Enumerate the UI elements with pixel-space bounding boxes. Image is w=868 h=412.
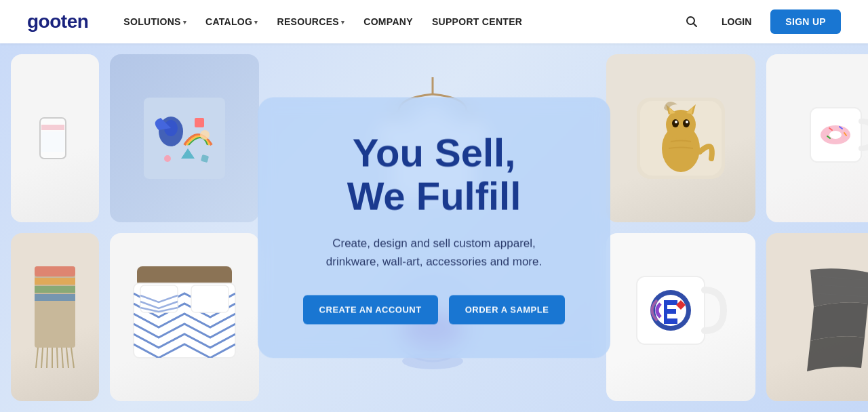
hero-card: You Sell, We Fulfill Create, design and … [258,98,610,358]
svg-rect-48 [137,266,232,287]
svg-rect-52 [191,285,229,312]
product-card-fabric [110,54,259,222]
svg-marker-20 [666,104,675,115]
product-card-bedding [110,233,259,401]
svg-rect-3 [41,125,64,130]
donut-mug-icon [804,94,868,182]
svg-rect-16 [637,98,725,179]
svg-point-64 [655,295,686,326]
svg-rect-11 [201,154,209,163]
svg-rect-5 [144,98,225,179]
chevron-down-icon: ▾ [341,19,344,26]
hero-subtitle: Create, design and sell custom apparel, … [319,234,549,270]
svg-rect-17 [640,101,722,176]
logo-mug-icon [623,263,738,371]
svg-marker-65 [676,300,686,310]
svg-point-9 [200,130,210,140]
svg-point-63 [650,290,691,331]
svg-rect-2 [40,118,66,159]
svg-point-30 [829,131,842,139]
svg-rect-8 [195,118,204,127]
nav-item-solutions[interactable]: SOLUTIONS ▾ [115,11,195,33]
svg-line-66 [817,276,865,280]
svg-line-43 [71,348,74,368]
svg-line-36 [36,348,38,368]
nav-item-resources[interactable]: RESOURCES ▾ [269,11,353,33]
svg-line-37 [41,348,43,368]
svg-line-33 [844,133,846,136]
glass-mug-icon [35,111,75,165]
hero-section: You Sell, We Fulfill Create, design and … [0,43,868,412]
pillow-icon [627,84,735,192]
search-button[interactable] [681,11,703,33]
nav-item-catalog[interactable]: CATALOG ▾ [197,11,267,33]
chevron-down-icon: ▾ [254,19,258,26]
svg-rect-50 [134,283,235,358]
svg-rect-47 [35,294,75,301]
nav-item-company[interactable]: COMPANY [355,11,421,33]
svg-marker-23 [686,107,693,114]
svg-rect-62 [637,276,705,344]
svg-marker-21 [686,104,696,115]
fabric-icon [130,84,239,192]
bedding-icon [123,256,245,378]
product-card-glass-mug-left [11,54,99,222]
svg-point-18 [662,125,700,172]
svg-rect-46 [35,286,75,293]
nav-links: SOLUTIONS ▾ CATALOG ▾ RESOURCES ▾ COMPAN… [115,11,681,33]
logo[interactable]: gooten [27,11,88,33]
product-card-blanket [11,233,99,401]
svg-point-25 [683,119,690,127]
svg-line-1 [693,24,696,27]
svg-line-34 [827,136,830,138]
svg-point-19 [666,110,696,140]
svg-rect-49 [134,283,235,358]
svg-point-7 [164,120,178,136]
svg-line-38 [47,348,47,368]
svg-line-40 [57,348,58,368]
product-card-donut-mug [766,54,868,222]
svg-line-42 [66,348,68,368]
nav-item-support[interactable]: SUPPORT CENTER [424,11,530,33]
svg-line-68 [814,293,868,297]
hero-buttons: CREATE AN ACCOUNT ORDER A SAMPLE [285,295,583,324]
create-account-button[interactable]: CREATE AN ACCOUNT [303,295,438,324]
svg-line-67 [816,285,867,288]
svg-point-29 [821,125,850,144]
product-card-pillow [606,54,755,222]
svg-line-32 [840,127,842,129]
svg-rect-4 [41,131,64,152]
svg-point-10 [164,155,171,162]
product-card-scarf [766,233,868,401]
svg-rect-35 [35,266,75,348]
navbar: gooten SOLUTIONS ▾ CATALOG ▾ RESOURCES ▾… [0,0,868,43]
blanket-icon [28,263,82,371]
svg-rect-28 [810,108,861,162]
nav-right: LOGIN SIGN UP [681,9,841,34]
chevron-down-icon: ▾ [183,19,186,26]
svg-point-24 [672,119,679,127]
hero-title: You Sell, We Fulfill [285,131,583,218]
order-sample-button[interactable]: ORDER A SAMPLE [449,295,566,324]
svg-point-6 [159,117,183,146]
svg-rect-44 [35,266,75,276]
svg-line-41 [62,348,63,368]
svg-rect-51 [140,285,178,312]
product-card-logo-mug [606,233,755,401]
svg-point-27 [686,121,688,123]
search-icon [685,15,698,28]
svg-rect-45 [35,278,75,285]
signup-button[interactable]: SIGN UP [770,9,841,34]
svg-line-31 [829,128,832,130]
scarf-wrap-icon [797,263,868,371]
svg-point-26 [675,121,677,123]
login-button[interactable]: LOGIN [713,11,760,33]
svg-marker-22 [669,107,675,114]
